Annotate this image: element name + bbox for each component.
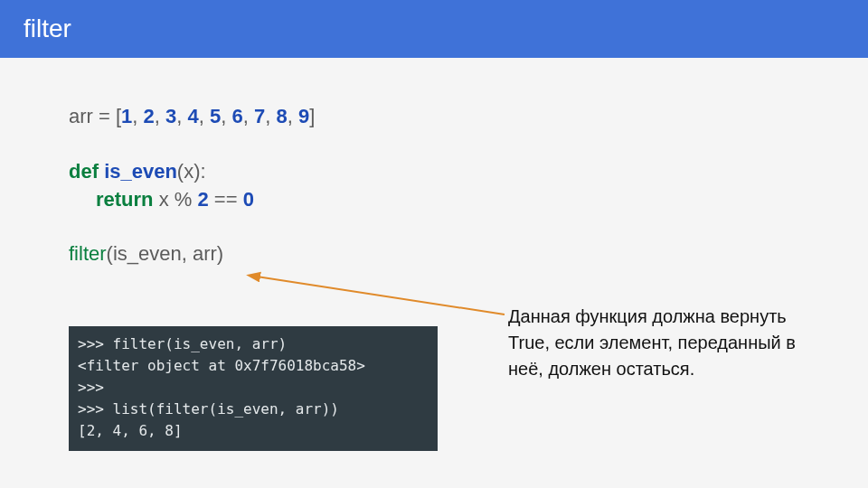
terminal-line: <filter object at 0x7f76018bca58>: [78, 355, 429, 377]
annotation-text: Данная функция должна вернуть True, если…: [508, 304, 816, 382]
code-arr-assign: arr = [1, 2, 3, 4, 5, 6, 7, 8, 9]: [69, 103, 799, 131]
arr-val: 5: [210, 105, 221, 127]
return-eq: ==: [209, 188, 243, 211]
comma: ,: [155, 105, 165, 127]
fn-params: (x):: [177, 160, 206, 183]
arr-var: arr: [69, 105, 93, 127]
slide-header: filter: [0, 0, 868, 58]
eq-val: 0: [243, 188, 254, 211]
terminal-line: >>> filter(is_even, arr): [78, 333, 429, 355]
filter-fn: filter: [69, 242, 107, 265]
slide-title: filter: [24, 14, 71, 43]
rbracket: ]: [309, 105, 315, 127]
comma: ,: [132, 105, 143, 127]
terminal-line: >>> list(filter(is_even, arr)): [78, 399, 429, 420]
arr-val: 3: [165, 105, 176, 127]
terminal-output: >>> filter(is_even, arr) <filter object …: [69, 326, 438, 451]
svg-line-0: [257, 277, 505, 314]
arr-val: 7: [254, 105, 265, 127]
code-filter-call: filter(is_even, arr): [69, 240, 799, 268]
return-body: x %: [159, 188, 198, 211]
arr-val: 1: [121, 105, 132, 127]
comma: ,: [221, 105, 231, 127]
arr-val: 4: [188, 105, 199, 127]
terminal-line: [2, 4, 6, 8]: [78, 420, 429, 442]
def-keyword: def: [69, 160, 104, 183]
slide-content: arr = [1, 2, 3, 4, 5, 6, 7, 8, 9] def is…: [0, 58, 868, 451]
comma: ,: [176, 105, 187, 127]
arr-val: 8: [276, 105, 287, 127]
fn-name: is_even: [104, 160, 177, 183]
arr-val: 9: [298, 105, 309, 127]
terminal-line: >>>: [78, 377, 429, 399]
code-def-line: def is_even(x):: [69, 158, 799, 186]
return-keyword: return: [96, 188, 159, 211]
mod-val: 2: [197, 188, 208, 211]
annotation-arrow: [251, 273, 523, 327]
arr-val: 2: [144, 105, 155, 127]
code-return-line: return x % 2 == 0: [69, 186, 799, 214]
comma: ,: [265, 105, 276, 127]
arr-val: 6: [232, 105, 243, 127]
comma: ,: [199, 105, 210, 127]
comma: ,: [288, 105, 298, 127]
comma: ,: [243, 105, 254, 127]
filter-args: (is_even, arr): [107, 242, 224, 265]
eq-sign: =: [93, 105, 116, 127]
